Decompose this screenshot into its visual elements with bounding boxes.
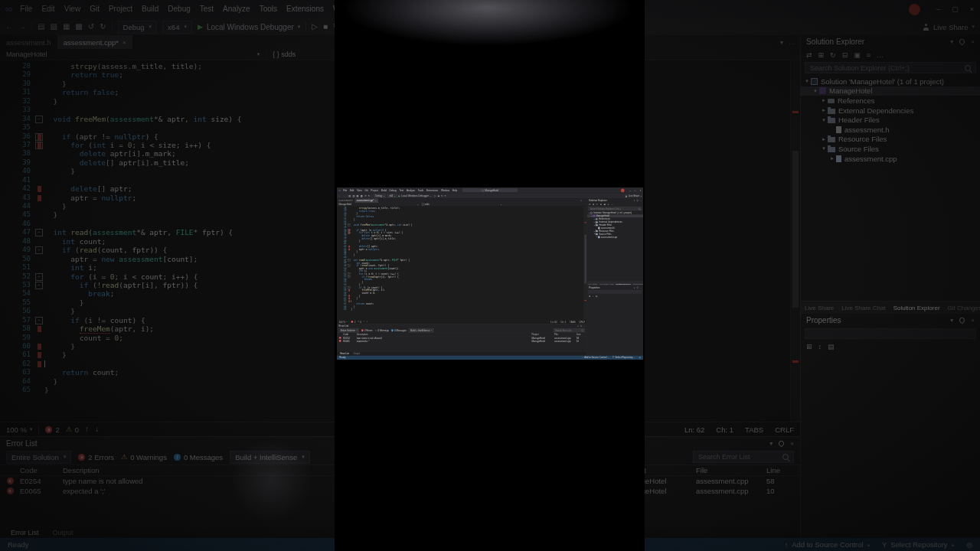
- pending-changes-filter-icon[interactable]: ⊞: [593, 204, 594, 206]
- tree-item-external-dependencies[interactable]: ▸External Dependencies: [801, 106, 980, 116]
- close-icon[interactable]: ×: [971, 38, 975, 45]
- start-debugging-button[interactable]: ▶ Local Windows Debugger ▾: [198, 23, 300, 31]
- menu-item-edit[interactable]: Edit: [37, 0, 59, 18]
- column-header-file[interactable]: File: [554, 333, 577, 335]
- menu-item-test[interactable]: Test: [195, 0, 218, 18]
- column-header-code[interactable]: Code: [343, 333, 357, 335]
- collapse-icon[interactable]: −: [35, 246, 43, 254]
- close-icon[interactable]: ×: [375, 200, 376, 202]
- tree-item-assessment-h[interactable]: assessment.h: [801, 125, 980, 135]
- menu-item-file[interactable]: File: [15, 0, 37, 18]
- close-icon[interactable]: ×: [640, 286, 641, 289]
- select-repository-button[interactable]: Y Select Repository ▴: [612, 357, 635, 359]
- menu-item-edit[interactable]: Edit: [348, 187, 355, 194]
- navigate-forward-icon[interactable]: →: [18, 18, 26, 35]
- select-repository-button[interactable]: Y Select Repository ▴: [882, 540, 954, 549]
- stop-icon[interactable]: ■: [438, 194, 439, 199]
- pin-icon[interactable]: [580, 324, 582, 327]
- chevron-right-icon[interactable]: ▸: [828, 155, 836, 161]
- navigate-forward-icon[interactable]: →: [343, 194, 345, 199]
- column-header-line[interactable]: Line: [577, 333, 587, 335]
- redo-icon[interactable]: ↻: [368, 194, 371, 199]
- tree-item-assessment-cpp[interactable]: ▸assessment.cpp: [587, 236, 643, 239]
- close-icon[interactable]: ×: [640, 200, 641, 202]
- property-pages-icon[interactable]: ▤: [828, 343, 835, 350]
- column-header-code[interactable]: Code: [20, 466, 63, 474]
- menu-item-tools[interactable]: Tools: [416, 187, 425, 194]
- start-debugging-button[interactable]: ▶ Local Windows Debugger ▾: [399, 194, 431, 197]
- save-icon[interactable]: ▦: [63, 18, 70, 35]
- more-options-icon[interactable]: …: [789, 39, 795, 46]
- pin-icon[interactable]: [959, 38, 966, 46]
- minimize-button[interactable]: –: [629, 187, 631, 194]
- editor-scrollbar[interactable]: [790, 60, 800, 422]
- close-icon[interactable]: ×: [122, 39, 126, 46]
- solution-configuration-dropdown[interactable]: Debug ▾: [118, 21, 158, 34]
- tree-item-resource-files[interactable]: ▸Resource Files: [801, 135, 980, 145]
- zoom-control[interactable]: 100 % ▾: [6, 425, 32, 434]
- switch-views-icon[interactable]: ⇄: [806, 51, 812, 59]
- menu-item-debug[interactable]: Debug: [163, 0, 194, 18]
- menu-item-extensions[interactable]: Extensions: [282, 0, 328, 18]
- solution-platform-dropdown[interactable]: x64 ▾: [162, 21, 192, 34]
- properties-object-dropdown[interactable]: [805, 328, 976, 339]
- categorized-view-icon[interactable]: ⊞: [589, 295, 590, 297]
- warnings-filter-button[interactable]: ⚠ 0 Warnings: [374, 329, 389, 331]
- document-warnings-indicator[interactable]: ⚠ 0: [66, 425, 79, 434]
- project-dropdown[interactable]: ManageHotel ▾: [0, 49, 266, 60]
- window-position-chevron-icon[interactable]: ▾: [950, 38, 953, 45]
- open-folder-icon[interactable]: ▧: [352, 194, 354, 199]
- scrollbar-error-mark[interactable]: [584, 222, 586, 223]
- collapse-icon[interactable]: −: [35, 116, 43, 123]
- indent-indicator[interactable]: TABS: [570, 321, 576, 323]
- panel-tab-live-share-chat[interactable]: Live Share Chat: [838, 305, 889, 311]
- menu-item-tools[interactable]: Tools: [255, 0, 282, 18]
- navigate-back-icon[interactable]: ←: [338, 194, 341, 199]
- scrollbar-error-mark[interactable]: [584, 300, 586, 301]
- collapse-icon[interactable]: −: [35, 273, 43, 281]
- menu-item-project[interactable]: Project: [104, 0, 137, 18]
- document-errors-indicator[interactable]: × 2: [351, 321, 356, 323]
- tree-item-references[interactable]: ▸References: [801, 96, 980, 106]
- more-options-icon[interactable]: …: [611, 204, 613, 206]
- menu-item-view[interactable]: View: [60, 0, 86, 18]
- tree-item-solution-managehotel-1-of-1-project[interactable]: ▾Solution 'ManageHotel' (1 of 1 project): [801, 77, 980, 86]
- solution-platform-dropdown[interactable]: x64 ▾: [387, 194, 397, 197]
- panel-tab-live-share[interactable]: Live Share: [801, 305, 838, 311]
- chevron-right-icon[interactable]: ▸: [820, 136, 828, 142]
- list-view-icon[interactable]: ≡: [867, 51, 871, 59]
- messages-filter-button[interactable]: i 0 Messages: [391, 329, 407, 331]
- panel-tab-git-changes[interactable]: Git Changes: [632, 282, 643, 285]
- menu-item-build[interactable]: Build: [137, 0, 163, 18]
- errors-filter-button[interactable]: × 2 Errors: [361, 329, 373, 331]
- save-icon[interactable]: ▦: [357, 194, 359, 199]
- refresh-icon[interactable]: ↻: [830, 51, 836, 59]
- eol-indicator[interactable]: CRLF: [579, 321, 585, 323]
- menu-item-window[interactable]: Window: [439, 187, 451, 194]
- column-header-file[interactable]: File: [696, 466, 766, 474]
- errors-filter-button[interactable]: × 2 Errors: [78, 453, 114, 461]
- notification-bell-icon[interactable]: ◎: [966, 541, 972, 549]
- menu-item-file[interactable]: File: [341, 187, 348, 194]
- solution-explorer-search-input[interactable]: Search Solution Explorer (Ctrl+;): [588, 207, 642, 210]
- start-without-debugging-icon[interactable]: ▷: [434, 194, 436, 199]
- close-icon[interactable]: ×: [790, 440, 794, 447]
- account-avatar[interactable]: [909, 4, 920, 15]
- panel-tab-live-share-chat[interactable]: Live Share Chat: [599, 282, 615, 285]
- menu-item-test[interactable]: Test: [398, 187, 405, 194]
- scrollbar-error-mark[interactable]: [792, 111, 799, 113]
- window-position-chevron-icon[interactable]: ▾: [577, 325, 578, 328]
- more-options-icon[interactable]: …: [583, 200, 586, 202]
- tab-assessment-cpp[interactable]: assessment.cpp*×: [57, 35, 132, 49]
- previous-issue-icon[interactable]: ↑: [85, 421, 89, 438]
- bottom-tab-error-list[interactable]: Error List: [338, 353, 351, 355]
- alphabetical-sort-icon[interactable]: ↕: [593, 295, 593, 297]
- pin-icon[interactable]: [959, 317, 966, 324]
- error-source-dropdown[interactable]: Build + IntelliSense ▾: [409, 328, 434, 332]
- solution-configuration-dropdown[interactable]: Debug ▾: [374, 194, 386, 197]
- account-avatar[interactable]: [621, 188, 625, 192]
- new-file-icon[interactable]: ▤: [348, 194, 351, 199]
- properties-object-dropdown[interactable]: [588, 290, 642, 293]
- window-position-chevron-icon[interactable]: ▾: [950, 317, 953, 324]
- chevron-right-icon[interactable]: ▸: [820, 97, 828, 103]
